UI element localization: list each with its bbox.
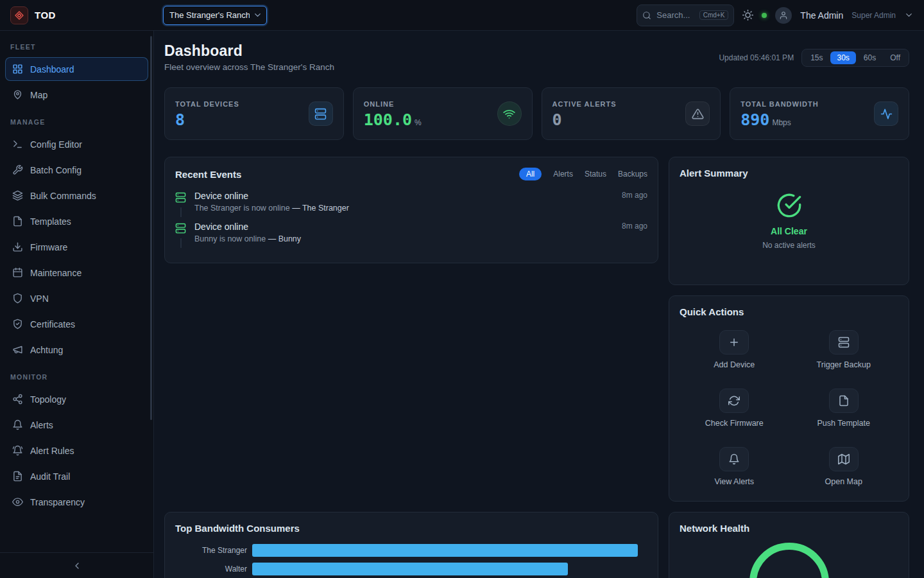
sidebar-item-batch-config[interactable]: Batch Config xyxy=(5,158,148,182)
refresh-option-60s[interactable]: 60s xyxy=(857,51,882,64)
sidebar-item-label: Bulk Commands xyxy=(30,191,96,201)
sidebar-item-label: Audit Trail xyxy=(30,471,70,482)
sidebar-item-maintenance[interactable]: Maintenance xyxy=(5,261,148,285)
sidebar-collapse-button[interactable] xyxy=(0,552,153,578)
refresh-option-30s[interactable]: 30s xyxy=(830,51,855,64)
sidebar-item-vpn[interactable]: VPN xyxy=(5,286,148,310)
search-placeholder: Search... xyxy=(656,10,694,20)
quick-actions-grid: Add DeviceTrigger BackupCheck FirmwarePu… xyxy=(680,330,898,486)
events-list: Device onlineThe Stranger is now online … xyxy=(175,191,647,243)
sidebar-nav: FLEETDashboardMapMANAGEConfig EditorBatc… xyxy=(0,31,153,552)
quick-action-label: Push Template xyxy=(817,419,870,428)
dashboard-grid: Recent Events AllAlertsStatusBackups Dev… xyxy=(164,157,909,502)
server-icon xyxy=(175,222,187,243)
sidebar-item-label: Maintenance xyxy=(30,268,81,278)
wrench-icon xyxy=(12,164,23,175)
event-title: Device online xyxy=(194,191,614,201)
share-icon xyxy=(12,394,23,405)
file-icon xyxy=(12,216,23,227)
refresh-option-15s[interactable]: 15s xyxy=(804,51,829,64)
sidebar-item-bulk-commands[interactable]: Bulk Commands xyxy=(5,184,148,207)
quick-action-open-map[interactable]: Open Map xyxy=(789,447,899,486)
page-title: Dashboard xyxy=(164,42,334,60)
alert-summary-card: Alert Summary All Clear No active alerts xyxy=(669,157,909,285)
event-row[interactable]: Device onlineBunny is now online — Bunny… xyxy=(175,222,647,243)
quick-action-check-firmware[interactable]: Check Firmware xyxy=(680,389,789,428)
avatar[interactable] xyxy=(775,7,792,24)
eye-icon xyxy=(12,496,23,507)
bandwidth-device-label: The Stranger xyxy=(175,546,247,555)
event-filter-alerts[interactable]: Alerts xyxy=(553,170,573,179)
quick-actions-card: Quick Actions Add DeviceTrigger BackupCh… xyxy=(669,295,909,502)
bandwidth-bar xyxy=(252,544,638,557)
stat-value: 8 xyxy=(175,112,239,128)
bandwidth-row-the-stranger: The Stranger xyxy=(175,544,647,557)
sidebar-item-dashboard[interactable]: Dashboard xyxy=(5,57,148,81)
stat-card-total-bandwidth: TOTAL BANDWIDTH890Mbps xyxy=(730,87,909,140)
refresh-option-off[interactable]: Off xyxy=(884,51,907,64)
sidebar-item-alerts[interactable]: Alerts xyxy=(5,413,148,437)
bell-ring-icon xyxy=(12,445,23,456)
stat-label: ACTIVE ALERTS xyxy=(552,100,617,108)
sidebar-item-map[interactable]: Map xyxy=(5,83,148,107)
check-circle-icon xyxy=(776,193,802,218)
sidebar-item-audit-trail[interactable]: Audit Trail xyxy=(5,464,148,488)
calendar-icon xyxy=(12,267,23,278)
network-health-card: Network Health xyxy=(669,512,909,578)
stat-unit: % xyxy=(415,118,422,127)
quick-action-trigger-backup[interactable]: Trigger Backup xyxy=(789,330,899,369)
event-filter-backups[interactable]: Backups xyxy=(618,170,647,179)
sidebar-scrollbar[interactable] xyxy=(150,36,152,420)
download-icon xyxy=(12,241,23,252)
topbar: TOD The Stranger's Ranch Search... Cmd+K… xyxy=(0,0,924,31)
bandwidth-card: Top Bandwidth Consumers The StrangerWalt… xyxy=(164,512,658,578)
sidebar-item-transparency[interactable]: Transparency xyxy=(5,490,148,514)
event-filter-all[interactable]: All xyxy=(519,168,542,180)
quick-action-view-alerts[interactable]: View Alerts xyxy=(680,447,789,486)
stat-card-active-alerts: ACTIVE ALERTS0 xyxy=(542,87,721,140)
search-input[interactable]: Search... Cmd+K xyxy=(637,4,734,26)
quick-action-label: Open Map xyxy=(825,477,862,486)
event-filters: AllAlertsStatusBackups xyxy=(519,168,647,180)
terminal-icon xyxy=(12,139,23,150)
quick-action-label: Add Device xyxy=(714,360,755,369)
event-filter-status[interactable]: Status xyxy=(585,170,606,179)
server-icon xyxy=(175,191,187,213)
sidebar-item-label: Firmware xyxy=(30,242,67,252)
theme-toggle-sun-icon[interactable] xyxy=(742,10,753,21)
sidebar-item-label: Dashboard xyxy=(30,64,74,74)
stat-label: TOTAL DEVICES xyxy=(175,100,239,108)
main-content: Dashboard Fleet overview across The Stra… xyxy=(154,0,924,578)
connection-status-dot xyxy=(762,13,767,18)
quick-action-add-device[interactable]: Add Device xyxy=(680,330,789,369)
sidebar-item-alert-rules[interactable]: Alert Rules xyxy=(5,439,148,462)
brand: TOD xyxy=(0,6,154,24)
stat-unit: Mbps xyxy=(772,118,791,127)
event-description: The Stranger is now online — The Strange… xyxy=(194,204,614,213)
sidebar-item-templates[interactable]: Templates xyxy=(5,209,148,233)
sidebar-item-achtung[interactable]: Achtung xyxy=(5,338,148,362)
sidebar-item-label: Alert Rules xyxy=(30,446,74,456)
sidebar-item-topology[interactable]: Topology xyxy=(5,387,148,411)
quick-action-label: Trigger Backup xyxy=(817,360,871,369)
fleet-select[interactable]: The Stranger's Ranch xyxy=(163,6,267,25)
fleet-selector[interactable]: The Stranger's Ranch xyxy=(163,6,267,25)
brand-name: TOD xyxy=(35,10,56,21)
sidebar-item-firmware[interactable]: Firmware xyxy=(5,235,148,259)
sidebar-item-certificates[interactable]: Certificates xyxy=(5,312,148,336)
user-menu-chevron-down-icon[interactable] xyxy=(904,10,914,20)
event-row[interactable]: Device onlineThe Stranger is now online … xyxy=(175,191,647,213)
quick-action-label: Check Firmware xyxy=(705,419,764,428)
event-device: — Bunny xyxy=(268,234,301,243)
warning-icon xyxy=(685,101,710,126)
sidebar-item-config-editor[interactable]: Config Editor xyxy=(5,132,148,156)
plus-icon xyxy=(719,330,749,355)
bandwidth-device-label: Walter xyxy=(175,565,247,574)
recent-events-card: Recent Events AllAlertsStatusBackups Dev… xyxy=(164,157,658,263)
bell-icon xyxy=(12,419,23,430)
event-time: 8m ago xyxy=(622,191,647,213)
quick-action-push-template[interactable]: Push Template xyxy=(789,389,899,428)
stat-value: 100.0% xyxy=(364,112,422,128)
page-subtitle: Fleet overview across The Stranger's Ran… xyxy=(164,62,334,72)
app-logo-icon xyxy=(10,6,28,24)
